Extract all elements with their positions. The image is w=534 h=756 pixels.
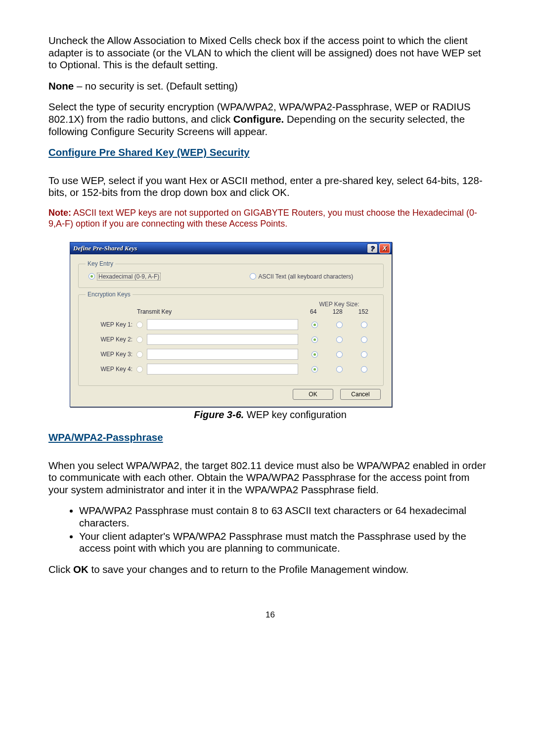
encryption-keys-legend: Encryption Keys: [86, 291, 133, 298]
radio-icon: [312, 351, 318, 358]
size-152-radio[interactable]: [361, 351, 367, 358]
section-heading-wpa: WPA/WPA2-Passphrase: [48, 431, 163, 444]
radio-icon: [136, 351, 143, 358]
size-128-radio[interactable]: [336, 322, 343, 328]
radio-icon: [361, 322, 367, 328]
size-152-radio[interactable]: [361, 336, 367, 343]
wep-key-row: WEP Key 2:: [86, 334, 376, 345]
transmit-radio[interactable]: [136, 351, 143, 358]
size-col-64: 64: [310, 308, 316, 315]
wep-key-input[interactable]: [147, 364, 298, 375]
paragraph: To use WEP, select if you want Hex or AS…: [48, 175, 492, 199]
wep-key-row: WEP Key 4:: [86, 364, 376, 375]
paragraph: Select the type of security encryption (…: [48, 101, 492, 138]
none-text: – no security is set. (Default setting): [74, 80, 238, 92]
none-label: None: [48, 80, 74, 92]
size-128-radio[interactable]: [336, 336, 343, 343]
ascii-radio-label: ASCII Text (all keyboard characters): [258, 273, 353, 280]
transmit-radio[interactable]: [136, 322, 143, 328]
size-64-radio[interactable]: [312, 366, 318, 373]
wep-key-input[interactable]: [147, 334, 298, 345]
transmit-radio[interactable]: [136, 366, 143, 373]
radio-icon: [250, 273, 256, 280]
key-entry-legend: Key Entry: [86, 260, 115, 267]
transmit-radio[interactable]: [136, 336, 143, 343]
radio-icon: [361, 351, 367, 358]
ascii-radio[interactable]: ASCII Text (all keyboard characters): [250, 273, 353, 281]
figure-caption: Figure 3-6. WEP key configuration: [48, 409, 492, 421]
section-heading-wep: Configure Pre Shared Key (WEP) Security: [48, 146, 250, 159]
wep-key-row: WEP Key 3:: [86, 349, 376, 360]
radio-icon: [312, 366, 318, 373]
wep-key-input[interactable]: [147, 349, 298, 360]
hex-radio-label: Hexadecimal (0-9, A-F): [97, 273, 161, 281]
size-64-radio[interactable]: [312, 322, 318, 328]
radio-icon: [312, 336, 318, 343]
wep-key-label: WEP Key 4:: [86, 366, 133, 373]
size-152-radio[interactable]: [361, 322, 367, 328]
wep-key-label: WEP Key 2:: [86, 336, 133, 343]
close-button[interactable]: X: [379, 243, 390, 253]
hex-radio[interactable]: Hexadecimal (0-9, A-F): [89, 273, 161, 281]
configure-bold: Configure.: [233, 113, 284, 125]
document-page: Uncheck the Allow Association to Mixed C…: [0, 0, 534, 640]
size-64-radio[interactable]: [312, 336, 318, 343]
cancel-button[interactable]: Cancel: [340, 389, 381, 400]
key-entry-group: Key Entry Hexadecimal (0-9, A-F) ASCII T…: [78, 260, 384, 288]
wep-key-label: WEP Key 1:: [86, 321, 133, 328]
radio-icon: [136, 336, 143, 343]
encryption-keys-group: Encryption Keys WEP Key Size: Transmit K…: [78, 291, 384, 386]
size-128-radio[interactable]: [336, 366, 343, 373]
help-icon: ?: [370, 244, 375, 253]
wep-key-label: WEP Key 3:: [86, 351, 133, 358]
dialog-title: Define Pre-Shared Keys: [73, 244, 137, 252]
define-psk-dialog: Define Pre-Shared Keys ? X Key Entry Hex…: [70, 242, 392, 407]
radio-icon: [336, 336, 343, 343]
note: Note: ASCII text WEP keys are not suppor…: [48, 208, 492, 229]
help-button[interactable]: ?: [367, 243, 378, 253]
figure-text: WEP key configuration: [244, 409, 347, 420]
paragraph: Click OK to save your changes and to ret…: [48, 564, 492, 576]
wep-key-input[interactable]: [147, 319, 298, 330]
size-64-radio[interactable]: [312, 351, 318, 358]
transmit-key-label: Transmit Key: [86, 308, 302, 315]
radio-icon: [361, 366, 367, 373]
size-col-128: 128: [333, 308, 343, 315]
size-col-152: 152: [358, 308, 368, 315]
dialog-titlebar[interactable]: Define Pre-Shared Keys ? X: [70, 242, 392, 254]
radio-icon: [336, 366, 343, 373]
size-128-radio[interactable]: [336, 351, 343, 358]
radio-icon: [136, 322, 143, 328]
radio-icon: [336, 351, 343, 358]
paragraph: None – no security is set. (Default sett…: [48, 80, 492, 93]
ok-button[interactable]: OK: [293, 389, 333, 400]
wep-key-size-label: WEP Key Size:: [302, 301, 376, 308]
paragraph: When you select WPA/WPA2, the target 802…: [48, 460, 492, 496]
radio-icon: [312, 322, 318, 328]
paragraph: Uncheck the Allow Association to Mixed C…: [48, 35, 492, 71]
ok-bold: OK: [73, 564, 89, 575]
size-152-radio[interactable]: [361, 366, 367, 373]
wep-key-row: WEP Key 1:: [86, 319, 376, 330]
close-icon: X: [383, 245, 387, 252]
radio-icon: [89, 273, 95, 280]
page-number: 16: [48, 610, 492, 620]
bullet-list: WPA/WPA2 Passphrase must contain 8 to 63…: [79, 505, 492, 554]
note-label: Note:: [48, 208, 71, 218]
radio-icon: [336, 322, 343, 328]
figure-number: Figure 3-6.: [194, 409, 244, 420]
list-item: WPA/WPA2 Passphrase must contain 8 to 63…: [79, 505, 487, 529]
list-item: Your client adapter's WPA/WPA2 Passphras…: [79, 530, 487, 555]
radio-icon: [136, 366, 143, 373]
radio-icon: [361, 336, 367, 343]
